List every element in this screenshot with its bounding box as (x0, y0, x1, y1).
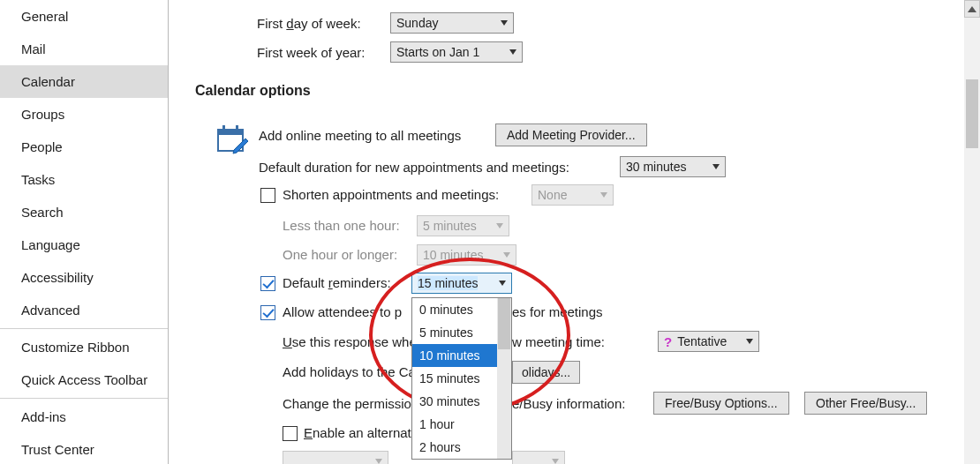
sidebar-item-trust-center[interactable]: Trust Center (0, 433, 168, 464)
freebusy-options-button[interactable]: Free/Busy Options... (653, 392, 789, 415)
sidebar-item-quick-access-toolbar[interactable]: Quick Access Toolbar (0, 363, 168, 396)
default-duration-label: Default duration for new appointments an… (259, 160, 569, 175)
less-than-hour-label: Less than one hour: (283, 218, 400, 233)
scroll-up-button[interactable] (964, 0, 980, 18)
one-hour-or-longer-label: One hour or longer: (283, 247, 397, 262)
enable-alternate-label: Enable an alternate c (304, 425, 429, 440)
alternate-calendar-type-combo (512, 451, 565, 464)
scroll-thumb[interactable] (498, 298, 510, 349)
pane-scrollbar[interactable] (964, 0, 980, 464)
other-freebusy-button[interactable]: Other Free/Busy... (804, 392, 927, 415)
allow-propose-checkbox[interactable] (260, 305, 275, 320)
question-icon: ? (664, 334, 672, 349)
calendar-options-heading: Calendar options (195, 83, 311, 99)
add-holidays-label: Add holidays to the Cal (283, 364, 418, 379)
sidebar-item-accessibility[interactable]: Accessibility (0, 261, 168, 294)
use-response-label-left: Use this response when (283, 334, 424, 349)
sidebar-item-customize-ribbon[interactable]: Customize Ribbon (0, 331, 168, 363)
use-response-label-right: w meeting time: (512, 334, 605, 349)
default-reminders-dropdown[interactable]: 0 minutes 5 minutes 10 minutes 15 minute… (411, 297, 512, 460)
shorten-appointments-checkbox[interactable] (260, 188, 275, 203)
sidebar-item-groups[interactable]: Groups (0, 98, 168, 131)
sidebar-item-calendar[interactable]: Calendar (0, 65, 168, 98)
propose-response-combo[interactable]: ? Tentative (658, 331, 759, 352)
svg-rect-3 (236, 125, 238, 132)
first-week-of-year-combo[interactable]: Starts on Jan 1 (390, 41, 523, 63)
options-sidebar: General Mail Calendar Groups People Task… (0, 0, 169, 464)
sidebar-item-language[interactable]: Language (0, 228, 168, 261)
sidebar-separator (0, 328, 168, 329)
shorten-amount-combo: None (531, 184, 614, 206)
one-hour-or-longer-combo: 10 minutes (417, 244, 516, 266)
default-reminders-checkbox[interactable] (260, 276, 275, 291)
enable-alternate-calendar-checkbox[interactable] (283, 426, 298, 441)
add-meeting-provider-button[interactable]: Add Meeting Provider... (495, 123, 647, 146)
first-week-of-year-label: First week of year: (257, 45, 366, 60)
sidebar-item-general[interactable]: General (0, 0, 168, 33)
add-online-meetings-label: Add online meeting to all meetings (259, 128, 461, 143)
scroll-thumb[interactable] (966, 79, 978, 148)
first-day-of-week-label: First day of week: (257, 16, 361, 31)
freebusy-label-left: Change the permissions (283, 396, 426, 411)
alternate-calendar-lang-combo (283, 451, 388, 464)
sidebar-item-tasks[interactable]: Tasks (0, 163, 168, 196)
less-than-hour-combo: 5 minutes (417, 215, 509, 236)
shorten-appointments-label: Shorten appointments and meetings: (283, 187, 499, 202)
sidebar-separator (0, 398, 168, 399)
svg-rect-1 (218, 130, 243, 135)
allow-propose-label-right: es for meetings (512, 304, 603, 319)
add-holidays-button[interactable]: olidays... (512, 361, 580, 384)
sidebar-item-mail[interactable]: Mail (0, 33, 168, 65)
allow-propose-label-left: Allow attendees to p (283, 304, 402, 319)
svg-rect-2 (222, 125, 225, 132)
sidebar-item-search[interactable]: Search (0, 196, 168, 228)
calendar-edit-icon (216, 123, 250, 160)
default-reminders-combo[interactable]: 15 minutes (411, 273, 512, 294)
default-reminders-label: Default reminders: (283, 275, 391, 290)
first-day-of-week-combo[interactable]: Sunday (390, 12, 514, 34)
sidebar-item-people[interactable]: People (0, 131, 168, 163)
sidebar-item-advanced[interactable]: Advanced (0, 294, 168, 326)
default-duration-combo[interactable]: 30 minutes (620, 156, 726, 177)
dropdown-scrollbar[interactable] (497, 298, 511, 459)
sidebar-item-addins[interactable]: Add-ins (0, 400, 168, 433)
freebusy-label-right: e/Busy information: (512, 396, 625, 411)
